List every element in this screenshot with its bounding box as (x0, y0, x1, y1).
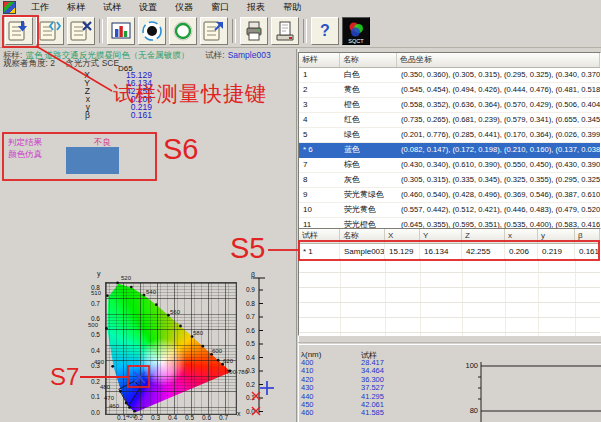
column-header[interactable]: y (538, 229, 575, 243)
column-header[interactable]: β (575, 229, 600, 243)
measure-sample-button[interactable] (5, 17, 33, 45)
sample-table-empty-rows (299, 258, 600, 336)
beta-tick: 0.8 (240, 300, 255, 307)
print-preview-button[interactable] (271, 17, 299, 45)
cie-y-axis-label: y (97, 270, 101, 277)
menu-item[interactable]: 帮助 (274, 1, 310, 13)
beta-axis-label: β (251, 271, 255, 278)
sqct-label: SQCT (343, 38, 369, 44)
standard-id: 1 (299, 68, 340, 82)
toolbar-separator (303, 19, 307, 43)
standard-coords: (0.557, 0.442), (0.512, 0.421), (0.446, … (397, 203, 600, 217)
cie-y-tick: 0.0 (84, 409, 100, 416)
standard-name: 绿色 (340, 128, 397, 142)
help-button[interactable]: ? (311, 17, 339, 45)
color-simulation-swatch (66, 147, 119, 174)
beta-tick: 0.2 (240, 381, 255, 388)
standards-row[interactable]: 8 灰色 (0.305, 0.315), (0.335, 0.345), (0.… (299, 173, 600, 188)
menu-item[interactable]: 窗口 (202, 1, 238, 13)
menu-item[interactable]: 仪器 (166, 1, 202, 13)
standard-name: 蓝色 (340, 143, 397, 157)
wavelength-label: 500 (88, 322, 98, 328)
sample-X: 15.129 (385, 244, 420, 259)
menu-item[interactable]: 工作 (22, 1, 58, 13)
wavelength-label: 560 (170, 309, 180, 315)
export-button[interactable] (200, 17, 228, 45)
print-preview-icon (273, 19, 297, 43)
wavelength-label: 460 (109, 403, 119, 409)
menu-item[interactable]: 试样 (94, 1, 130, 13)
sample-beta: 0.161 (575, 244, 600, 259)
wavelength-label: 540 (146, 289, 156, 295)
standards-row[interactable]: 2 黄色 (0.545, 0.454), (0.494, 0.426), (0.… (299, 83, 600, 98)
calibrate-icon (171, 19, 195, 43)
column-header[interactable]: Z (462, 229, 505, 243)
standards-row[interactable]: 5 绿色 (0.201, 0.776), (0.285, 0.441), (0.… (299, 128, 600, 143)
standards-row[interactable]: 1 白色 (0.350, 0.360), (0.305, 0.315), (0.… (299, 68, 600, 83)
sqct-button[interactable]: SQCT (342, 17, 370, 45)
sample-id: * 1 (299, 244, 340, 259)
sample-row[interactable]: * 1 Sample003 15.129 16.134 42.255 0.206… (299, 244, 600, 259)
print-button[interactable] (240, 17, 268, 45)
beta-tick: 0.5 (240, 340, 255, 347)
print-icon (242, 19, 266, 43)
standard-coords: (0.082, 0.147), (0.172, 0.198), (0.210, … (397, 143, 600, 157)
standard-name: 橙色 (340, 98, 397, 112)
wavelength-label: 600 (212, 348, 222, 354)
menu-item[interactable]: 报表 (238, 1, 274, 13)
wavelength-label: 480 (100, 384, 110, 390)
standard-coords: (0.735, 0.265), (0.681, 0.239), (0.579, … (397, 113, 600, 127)
beta-tick: 0.3 (240, 367, 255, 374)
cie-y-tick: 0.1 (84, 393, 100, 400)
standard-coords: (0.201, 0.776), (0.285, 0.441), (0.170, … (397, 128, 600, 142)
column-header[interactable]: X (385, 229, 420, 243)
chart-button[interactable] (107, 17, 135, 45)
menu-item[interactable]: 标样 (58, 1, 94, 13)
standard-name: 荧光黄绿色 (340, 188, 397, 202)
standard-id: 10 (299, 203, 340, 217)
menu-item[interactable]: 设置 (130, 1, 166, 13)
calibrate-button[interactable] (169, 17, 197, 45)
s6-annotation-text: S6 (163, 133, 198, 166)
spectral-row[interactable]: 460 41.585 (301, 409, 451, 417)
standards-row[interactable]: 9 荧光黄绿色 (0.460, 0.540), (0.428, 0.496), … (299, 188, 600, 203)
wavelength-label: 400 (126, 413, 136, 419)
standard-coords: (0.430, 0.340), (0.610, 0.390), (0.550, … (397, 158, 600, 172)
spectral-chart-y-tick: 100 (452, 361, 478, 370)
column-header[interactable]: 色品坐标 (397, 53, 600, 67)
help-icon: ? (320, 22, 330, 40)
beta-tick: 0.1 (240, 394, 255, 401)
delete-button[interactable] (67, 17, 95, 45)
standards-row[interactable]: 10 荧光黄色 (0.557, 0.442), (0.512, 0.421), … (299, 203, 600, 218)
beta-tick: 0.4 (240, 354, 255, 361)
column-header[interactable]: 标样 (299, 53, 340, 67)
app-window: 工作标样试样设置仪器窗口报表帮助 (0, 0, 601, 422)
column-header[interactable]: Y (420, 229, 462, 243)
column-header[interactable]: 名称 (340, 53, 397, 67)
standards-table-header: 标样 名称 色品坐标 (299, 53, 600, 68)
compare-icon (38, 19, 62, 43)
app-icon (3, 1, 16, 14)
wavelength-label: 580 (193, 330, 203, 336)
delete-icon (69, 19, 93, 43)
column-header[interactable]: 试样 (299, 229, 340, 243)
spectral-chart-frame (478, 362, 601, 422)
wavelength-label: 490 (94, 359, 104, 365)
standard-name: 灰色 (340, 173, 397, 187)
standard-id: 5 (299, 128, 340, 142)
wavelength-label: 620 (223, 358, 233, 364)
standards-row[interactable]: 7 棕色 (0.430, 0.340), (0.610, 0.390), (0.… (299, 158, 600, 173)
standards-row[interactable]: 3 橙色 (0.558, 0.352), (0.636, 0.364), (0.… (299, 98, 600, 113)
column-header[interactable]: x (505, 229, 538, 243)
toolbar-separator (232, 19, 236, 43)
standards-row[interactable]: * 6 蓝色 (0.082, 0.147), (0.172, 0.198), (… (299, 143, 600, 158)
cie-y-ticks: 0.80.70.60.50.40.30.20.10.0 (84, 284, 100, 416)
cie-x-tick: 0.7 (217, 414, 230, 421)
column-header[interactable]: 名称 (340, 229, 385, 243)
tristimulus-row: β 0.161 (56, 111, 152, 119)
wavelength-value: 460 (301, 409, 361, 417)
standards-row[interactable]: 4 红色 (0.735, 0.265), (0.681, 0.239), (0.… (299, 113, 600, 128)
compare-button[interactable] (36, 17, 64, 45)
target-measure-button[interactable] (138, 17, 166, 45)
standard-name: 红色 (340, 113, 397, 127)
